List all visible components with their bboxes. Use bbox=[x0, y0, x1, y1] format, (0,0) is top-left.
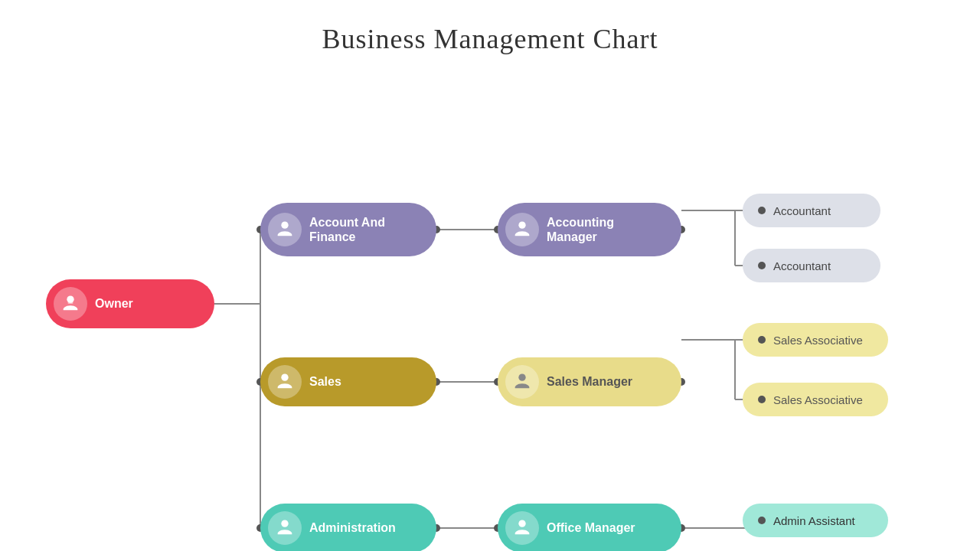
svg-point-36 bbox=[518, 520, 525, 527]
sales-assoc-1-leaf: Sales Associative bbox=[743, 323, 888, 357]
svg-rect-30 bbox=[68, 302, 74, 304]
sales-icon bbox=[268, 365, 302, 399]
accounting-mgr-icon bbox=[505, 213, 539, 246]
sales-node: Sales bbox=[260, 357, 436, 406]
admin-asst-leaf: Admin Assistant bbox=[743, 504, 888, 537]
sales-assoc-2-dot bbox=[758, 396, 766, 403]
owner-icon bbox=[54, 287, 87, 321]
owner-node: Owner bbox=[46, 279, 214, 328]
sales-assoc-1-label: Sales Associative bbox=[773, 334, 863, 347]
owner-label: Owner bbox=[95, 296, 133, 311]
office-mgr-node: Office Manager bbox=[498, 504, 681, 551]
accountant-2-leaf: Accountant bbox=[743, 249, 880, 282]
accounting-mgr-label: Accounting Manager bbox=[547, 215, 668, 244]
svg-point-31 bbox=[281, 222, 288, 229]
sales-mgr-node: Sales Manager bbox=[498, 357, 681, 406]
accountant-2-dot bbox=[758, 262, 766, 269]
office-mgr-icon bbox=[505, 511, 539, 545]
svg-point-32 bbox=[518, 222, 525, 229]
svg-point-34 bbox=[518, 374, 525, 381]
office-mgr-label: Office Manager bbox=[547, 520, 635, 535]
sales-mgr-icon bbox=[505, 365, 539, 399]
sales-assoc-2-label: Sales Associative bbox=[773, 393, 863, 406]
account-finance-icon bbox=[268, 213, 302, 246]
administration-icon bbox=[268, 511, 302, 545]
admin-asst-dot bbox=[758, 517, 766, 524]
sales-mgr-label: Sales Manager bbox=[547, 374, 632, 389]
accounting-mgr-node: Accounting Manager bbox=[498, 203, 681, 256]
administration-node: Administration bbox=[260, 504, 436, 551]
accountant-1-label: Accountant bbox=[773, 204, 831, 217]
chart-area: Owner Account And Finance Accounting Man… bbox=[0, 84, 980, 551]
svg-point-33 bbox=[281, 374, 288, 381]
page-title: Business Management Chart bbox=[0, 0, 980, 55]
sales-label: Sales bbox=[309, 374, 341, 389]
accountant-2-label: Accountant bbox=[773, 259, 831, 272]
sales-assoc-2-leaf: Sales Associative bbox=[743, 383, 888, 416]
account-finance-node: Account And Finance bbox=[260, 203, 436, 256]
admin-asst-label: Admin Assistant bbox=[773, 514, 855, 527]
svg-point-29 bbox=[67, 296, 74, 303]
sales-assoc-1-dot bbox=[758, 336, 766, 344]
svg-point-35 bbox=[281, 520, 288, 527]
account-finance-label: Account And Finance bbox=[309, 215, 423, 244]
administration-label: Administration bbox=[309, 520, 396, 535]
accountant-1-dot bbox=[758, 207, 766, 214]
accountant-1-leaf: Accountant bbox=[743, 194, 880, 227]
